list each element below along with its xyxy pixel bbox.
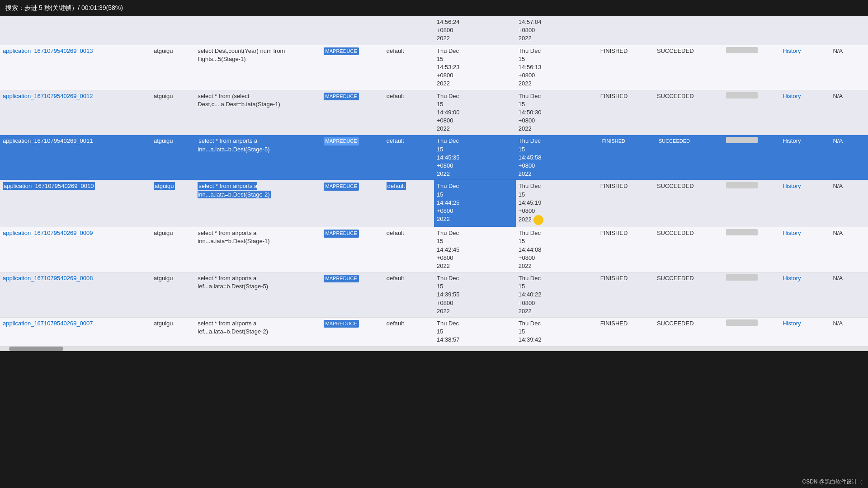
type-cell: MAPREDUCE	[321, 318, 384, 347]
history-link[interactable]: History	[783, 183, 801, 189]
blacklisted-cell: N/A	[830, 272, 868, 318]
user-cell: atguigu	[151, 318, 195, 347]
type-badge: MAPREDUCE	[324, 320, 359, 328]
blacklisted-cell: N/A	[830, 135, 868, 180]
type-badge: MAPREDUCE	[324, 93, 359, 100]
type-badge: MAPREDUCE	[324, 230, 359, 237]
table-row: application_1671079540269_0012 atguigu s…	[0, 90, 868, 135]
name-text: select * from airports a inn...a.iata=b.…	[198, 137, 270, 153]
starttime-cell: Thu Dec 15 14:39:55 +0800 2022	[434, 272, 516, 318]
history-link[interactable]: History	[783, 275, 801, 282]
appid-link[interactable]: application_1671079540269_0013	[3, 47, 93, 54]
starttime-cell: Thu Dec 15 14:38:57	[434, 318, 516, 347]
blacklisted-cell: N/A	[830, 227, 868, 272]
queue-cell: default	[384, 45, 434, 90]
appid-link[interactable]: application_1671079540269_0008	[3, 275, 93, 282]
type-cell: MAPREDUCE	[321, 45, 384, 90]
starttime-cell: Thu Dec 15 14:49:00 +0800 2022	[434, 90, 516, 135]
history-link[interactable]: History	[783, 47, 801, 54]
state-cell	[598, 16, 654, 45]
tracking-cell[interactable]: History	[780, 272, 830, 318]
type-badge: MAPREDUCE	[324, 47, 359, 55]
history-link[interactable]: History	[783, 93, 801, 99]
type-cell: MAPREDUCE	[321, 180, 384, 227]
finalstatus-text: SUCCEEDED	[657, 47, 694, 54]
queue-cell: default	[384, 135, 434, 180]
finishtime-cell: Thu Dec 15 14:45:19 +0800 2022	[516, 180, 598, 227]
tracking-cell[interactable]: History	[780, 318, 830, 347]
state-text: FINISHED	[600, 47, 628, 54]
user-cell: atguigu	[151, 227, 195, 272]
appid-link[interactable]: application_1671079540269_0007	[3, 320, 93, 327]
name-highlight: select * from airports a inn...a.iata=b.…	[198, 182, 270, 198]
finalstatus-cell: SUCCEEDED	[654, 180, 723, 227]
scrollbar[interactable]	[0, 347, 868, 351]
finalstatus-text: SUCCEEDED	[657, 230, 694, 236]
progress-bar	[726, 319, 758, 326]
appid-link[interactable]: application_1671079540269_0011	[3, 137, 93, 144]
blacklisted-cell: N/A	[830, 45, 868, 90]
starttime-cell: Thu Dec 15 14:53:23 +0800 2022	[434, 45, 516, 90]
name-text: select * from (select Dest,c....a.Dest=b…	[198, 93, 280, 108]
tracking-cell[interactable]: History	[780, 90, 830, 135]
appid-cell: application_1671079540269_0010	[0, 180, 151, 227]
user-cell: atguigu	[151, 135, 195, 180]
tracking-cell[interactable]: History	[780, 180, 830, 227]
appid-link[interactable]: application_1671079540269_0012	[3, 93, 93, 99]
state-cell: FINISHED	[598, 227, 654, 272]
table-row: application_1671079540269_0011 atguigu s…	[0, 135, 868, 180]
finishtime-cell: Thu Dec 15 14:40:22 +0800 2022	[516, 272, 598, 318]
user-cell: atguigu	[151, 272, 195, 318]
appid-link[interactable]: application_1671079540269_0009	[3, 230, 93, 236]
finishtime-cell: Thu Dec 15 14:56:13 +0800 2022	[516, 45, 598, 90]
appid-cell: application_1671079540269_0009	[0, 227, 151, 272]
user-cell: atguigu	[151, 180, 195, 227]
type-cell: MAPREDUCE	[321, 272, 384, 318]
name-text: select * from airports a lef...a.iata=b.…	[198, 275, 268, 290]
history-link[interactable]: History	[783, 320, 801, 327]
state-text: FINISHED	[600, 230, 628, 236]
appid-cell: application_1671079540269_0012	[0, 90, 151, 135]
scrollbar-thumb[interactable]	[9, 347, 63, 351]
tracking-cell[interactable]: History	[780, 227, 830, 272]
progress-cell	[723, 45, 780, 90]
history-link[interactable]: History	[783, 137, 801, 144]
progress-cell	[723, 135, 780, 180]
state-cell: FINISHED	[598, 318, 654, 347]
finalstatus-text: SUCCEEDED	[657, 93, 694, 99]
name-cell	[195, 16, 321, 45]
cursor-indicator	[533, 215, 543, 225]
progress-cell	[723, 16, 780, 45]
finishtime-cell: Thu Dec 15 14:39:42	[516, 318, 598, 347]
user-cell	[151, 16, 195, 45]
progress-bar	[726, 229, 758, 235]
progress-bar	[726, 182, 758, 188]
finalstatus-text: SUCCEEDED	[657, 183, 694, 189]
finalstatus-text: SUCCEEDED	[657, 275, 694, 282]
tracking-cell[interactable]: History	[780, 135, 830, 180]
state-text: FINISHED	[600, 275, 628, 282]
type-cell: MAPREDUCE	[321, 135, 384, 180]
queue-cell: default	[384, 180, 434, 227]
progress-bar	[726, 274, 758, 281]
user-cell: atguigu	[151, 45, 195, 90]
table-row: application_1671079540269_0008 atguigu s…	[0, 272, 868, 318]
appid-cell	[0, 16, 151, 45]
state-cell: FINISHED	[598, 90, 654, 135]
appid-cell: application_1671079540269_0013	[0, 45, 151, 90]
type-badge: MAPREDUCE	[324, 137, 359, 145]
tracking-cell[interactable]: History	[780, 45, 830, 90]
starttime-cell: Thu Dec 15 14:42:45 +0800 2022	[434, 227, 516, 272]
finalstatus-cell	[654, 16, 723, 45]
name-cell: select Dest,count(Year) num from flights…	[195, 45, 321, 90]
applications-table: 14:56:24 +0800 2022 14:57:04 +0800 2022 …	[0, 16, 868, 347]
name-cell: select * from airports a lef...a.iata=b.…	[195, 318, 321, 347]
name-cell: select * from (select Dest,c....a.Dest=b…	[195, 90, 321, 135]
history-link[interactable]: History	[783, 230, 801, 236]
appid-cell: application_1671079540269_0011	[0, 135, 151, 180]
progress-bar	[726, 137, 758, 143]
queue-cell: default	[384, 90, 434, 135]
queue-cell: default	[384, 318, 434, 347]
finishtime-cell: Thu Dec 15 14:45:58 +0800 2022	[516, 135, 598, 180]
progress-cell	[723, 272, 780, 318]
